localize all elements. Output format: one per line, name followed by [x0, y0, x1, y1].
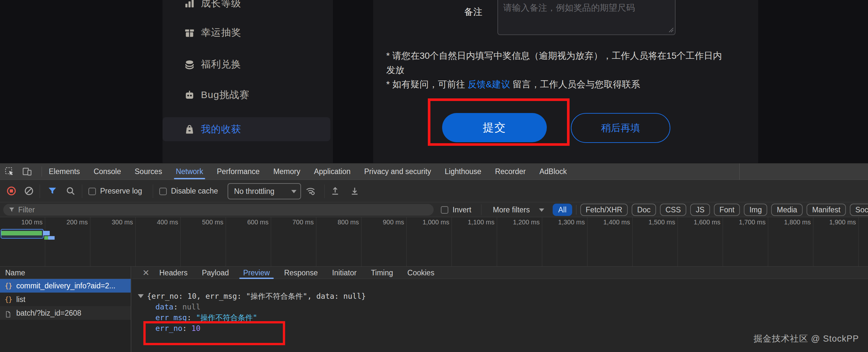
request-row-2[interactable]: {}list	[0, 292, 131, 306]
request-name: batch/?biz_id=2608	[16, 306, 81, 320]
pill-divider	[576, 205, 577, 215]
document-file-icon	[5, 306, 12, 320]
sidebar-item-3[interactable]: 福利兑换	[162, 52, 330, 76]
request-row-1[interactable]: {}commit_delivery_info?aid=2...	[0, 279, 131, 292]
network-toolbar: Preserve log Disable cache No throttling	[0, 180, 868, 202]
type-filter-manifest[interactable]: Manifest	[807, 204, 846, 216]
disable-cache-checkbox[interactable]	[159, 188, 167, 195]
clear-network-log-icon[interactable]	[24, 186, 34, 196]
type-filter-doc[interactable]: Doc	[632, 204, 656, 216]
detail-tab-headers[interactable]: Headers	[159, 267, 188, 279]
name-column-header[interactable]: Name	[0, 267, 131, 279]
network-filter-bar: Invert More filters AllFetch/XHRDocCSSJS…	[0, 202, 868, 217]
type-filter-media[interactable]: Media	[771, 204, 803, 216]
export-har-icon[interactable]	[350, 186, 360, 196]
submit-button[interactable]: 提交	[442, 113, 547, 142]
record-network-log-icon[interactable]	[6, 186, 16, 196]
timeline-tick-label: 300 ms	[84, 218, 133, 226]
detail-tab-payload[interactable]: Payload	[202, 267, 229, 279]
devtools-tab-network[interactable]: Network	[176, 163, 203, 180]
expand-triangle-icon[interactable]	[138, 294, 144, 298]
invert-checkbox[interactable]	[441, 206, 448, 214]
device-toolbar-icon[interactable]	[22, 167, 32, 176]
request-row-3[interactable]: batch/?biz_id=2608	[0, 306, 131, 320]
preserve-log-checkbox[interactable]	[88, 188, 96, 195]
growth-chart-icon	[184, 0, 195, 9]
tabbar-right-divider	[739, 163, 740, 180]
type-filter-js[interactable]: JS	[690, 204, 710, 216]
type-filter-css[interactable]: CSS	[660, 204, 686, 216]
chevron-down-icon	[291, 190, 297, 193]
notice-line-2: 发放	[386, 63, 753, 77]
type-filter-font[interactable]: Font	[714, 204, 740, 216]
devtools-tab-lighthouse[interactable]: Lighthouse	[445, 163, 482, 180]
import-har-icon[interactable]	[330, 186, 340, 196]
filter-input-wrap[interactable]	[3, 204, 434, 216]
webpage-area: 成长等级幸运抽奖福利兑换Bug挑战赛我的收获 备注 * 请您在30个自然日内填写…	[0, 0, 868, 163]
timeline-tick-label: 1,900 ms	[807, 218, 856, 226]
toolbar-divider	[40, 184, 40, 198]
type-filter-fetch-xhr[interactable]: Fetch/XHR	[580, 204, 628, 216]
close-icon[interactable]: ✕	[141, 267, 151, 279]
disable-cache-label[interactable]: Disable cache	[171, 180, 218, 202]
sidebar-item-1[interactable]: 成长等级	[162, 0, 330, 15]
detail-tab-cookies[interactable]: Cookies	[407, 267, 434, 279]
detail-tab-timing[interactable]: Timing	[371, 267, 393, 279]
detail-tab-initiator[interactable]: Initiator	[332, 267, 356, 279]
type-filter-img[interactable]: Img	[744, 204, 767, 216]
throttling-select[interactable]: No throttling	[227, 183, 301, 199]
feedback-link[interactable]: 反馈&建议	[467, 79, 510, 89]
preview-property-err_msg[interactable]: err_msg: "操作不符合条件"	[155, 313, 257, 322]
sidebar: 成长等级幸运抽奖福利兑换Bug挑战赛我的收获	[162, 0, 333, 163]
detail-tab-response[interactable]: Response	[284, 267, 318, 279]
filter-icon[interactable]	[48, 186, 57, 196]
preview-summary-row[interactable]: {err_no: 10, err_msg: "操作不符合条件", data: n…	[138, 291, 366, 301]
type-filter-all[interactable]: All	[553, 204, 572, 216]
detail-tab-preview[interactable]: Preview	[243, 267, 270, 279]
preserve-log-label[interactable]: Preserve log	[100, 180, 142, 202]
filterbar-divider	[481, 204, 482, 215]
sidebar-item-label: Bug挑战赛	[201, 83, 249, 107]
sidebar-item-2[interactable]: 幸运抽奖	[162, 21, 330, 44]
devtools-tab-recorder[interactable]: Recorder	[495, 163, 526, 180]
gift-icon	[184, 27, 195, 38]
note-textarea[interactable]	[497, 0, 676, 35]
sidebar-item-4[interactable]: Bug挑战赛	[162, 83, 330, 107]
inspect-element-icon[interactable]	[5, 167, 14, 176]
waterfall-bar-green	[1, 231, 42, 236]
more-filters-button[interactable]: More filters	[493, 202, 530, 217]
note-textarea-wrap	[497, 0, 676, 35]
network-conditions-icon[interactable]	[306, 186, 315, 196]
devtools-tab-adblock[interactable]: AdBlock	[539, 163, 567, 180]
invert-label[interactable]: Invert	[453, 202, 471, 217]
devtools-tab-console[interactable]: Console	[94, 163, 121, 180]
notice-line-3: * 如有疑问，可前往 反馈&建议 留言，工作人员会与您取得联系	[386, 77, 753, 92]
devtools-tab-memory[interactable]: Memory	[273, 163, 300, 180]
property-name: err_msg	[155, 313, 187, 322]
devtools-tab-elements[interactable]: Elements	[49, 163, 80, 180]
filter-input[interactable]	[18, 204, 428, 216]
screenshot-root: 成长等级幸运抽奖福利兑换Bug挑战赛我的收获 备注 * 请您在30个自然日内填写…	[0, 0, 868, 352]
timeline-tick-label: 400 ms	[129, 218, 178, 226]
type-filter-socket[interactable]: Socket	[850, 204, 868, 216]
property-name: data	[155, 303, 173, 311]
devtools-tab-performance[interactable]: Performance	[217, 163, 260, 180]
waterfall-bar-blue	[48, 236, 55, 240]
toolbar-divider	[82, 184, 82, 198]
notice-line-1: * 请您在30个自然日内填写中奖信息（逾期视为放弃），工作人员将在15个工作日内	[386, 49, 753, 63]
devtools-tab-privacy-and-security[interactable]: Privacy and security	[364, 163, 431, 180]
property-value: "操作不符合条件"	[196, 313, 257, 322]
sidebar-item-5[interactable]: 我的收获	[162, 117, 330, 141]
devtools-tab-application[interactable]: Application	[314, 163, 351, 180]
fill-later-button[interactable]: 稍后再填	[571, 113, 670, 143]
search-icon[interactable]	[66, 186, 75, 196]
preview-property-err_no[interactable]: err_no: 10	[155, 323, 200, 333]
json-braces-icon: {}	[5, 292, 12, 306]
request-name: list	[16, 292, 25, 306]
timeline-tick-label: 1,100 ms	[446, 218, 494, 226]
devtools-tab-sources[interactable]: Sources	[134, 163, 162, 180]
resize-handle-icon[interactable]	[668, 27, 674, 33]
timeline-tick-label: 1,400 ms	[581, 218, 630, 226]
timeline-tick-label: 1,300 ms	[536, 218, 585, 226]
preview-property-data[interactable]: data: null	[155, 302, 200, 312]
